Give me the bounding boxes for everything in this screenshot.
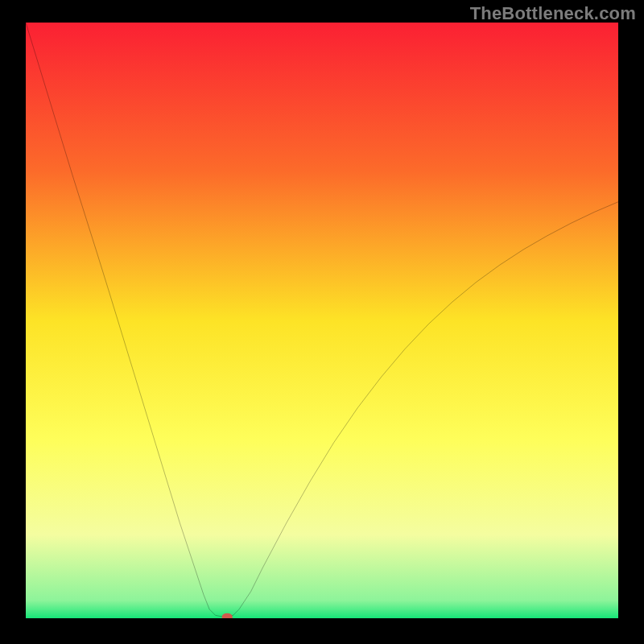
watermark-text: TheBottleneck.com bbox=[470, 3, 636, 24]
chart-frame: TheBottleneck.com bbox=[0, 0, 644, 644]
chart-svg bbox=[26, 23, 618, 618]
gradient-background bbox=[26, 23, 618, 618]
chart-plot-area bbox=[26, 23, 618, 618]
